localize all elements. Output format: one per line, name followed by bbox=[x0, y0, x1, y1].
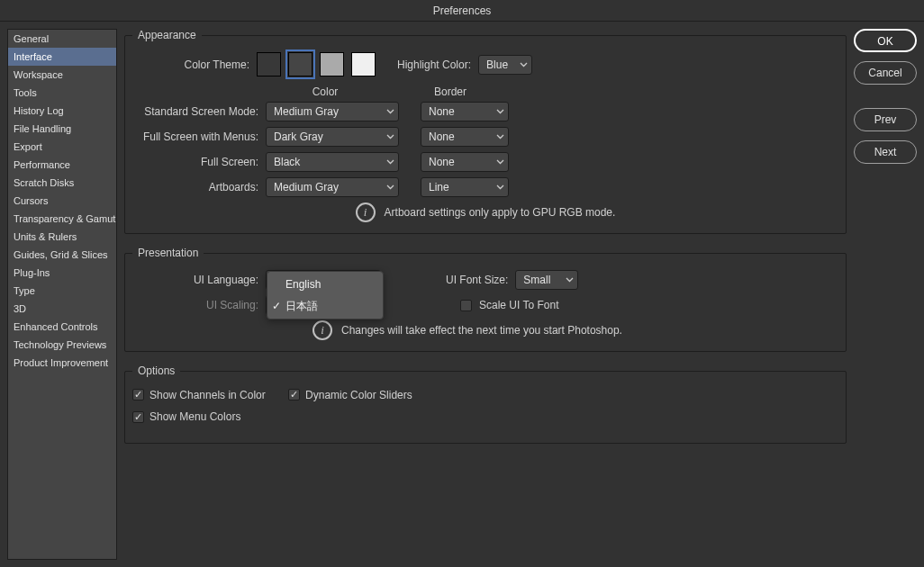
screen-mode-label: Standard Screen Mode: bbox=[132, 105, 258, 118]
sidebar-item-workspace[interactable]: Workspace bbox=[8, 66, 116, 84]
ui-scaling-label: UI Scaling: bbox=[132, 299, 258, 311]
screen-mode-color-dropdown[interactable]: Dark Gray bbox=[266, 127, 399, 147]
color-theme-swatch[interactable] bbox=[320, 52, 344, 76]
screen-mode-border-dropdown[interactable]: None bbox=[421, 127, 509, 147]
show-menu-colors-label: Show Menu Colors bbox=[149, 410, 240, 423]
chevron-down-icon bbox=[496, 159, 504, 165]
main-panel: Appearance Color Theme: Highlight Color:… bbox=[124, 29, 847, 560]
ui-language-dropdown[interactable]: English English✓日本語 bbox=[266, 270, 381, 290]
ui-font-size-label: UI Font Size: bbox=[446, 274, 508, 286]
ui-language-option[interactable]: English bbox=[267, 274, 383, 295]
scale-ui-to-font-label: Scale UI To Font bbox=[479, 299, 559, 311]
sidebar-item-tools[interactable]: Tools bbox=[8, 84, 116, 102]
ok-button[interactable]: OK bbox=[854, 29, 917, 52]
chevron-down-icon bbox=[386, 184, 394, 190]
screen-mode-label: Full Screen: bbox=[132, 156, 258, 168]
highlight-color-dropdown[interactable]: Blue bbox=[478, 55, 532, 75]
scale-ui-to-font-checkbox[interactable] bbox=[460, 300, 472, 311]
chevron-down-icon bbox=[566, 277, 574, 283]
sidebar-item-product-improvement[interactable]: Product Improvement bbox=[8, 354, 116, 372]
sidebar-item-performance[interactable]: Performance bbox=[8, 156, 116, 174]
screen-mode-label: Full Screen with Menus: bbox=[132, 130, 258, 143]
ui-language-option[interactable]: ✓日本語 bbox=[267, 295, 383, 317]
chevron-down-icon bbox=[386, 134, 394, 140]
check-icon: ✓ bbox=[272, 297, 281, 315]
sidebar-item-3d[interactable]: 3D bbox=[8, 300, 116, 318]
chevron-down-icon bbox=[496, 134, 504, 140]
sidebar-item-transparency-gamut[interactable]: Transparency & Gamut bbox=[8, 210, 116, 228]
next-button[interactable]: Next bbox=[854, 140, 917, 164]
show-channels-checkbox[interactable] bbox=[132, 389, 144, 400]
column-header-border: Border bbox=[406, 86, 494, 98]
sidebar-item-guides-grid-slices[interactable]: Guides, Grid & Slices bbox=[8, 246, 116, 264]
column-header-color: Color bbox=[258, 86, 392, 98]
screen-mode-label: Artboards: bbox=[132, 181, 258, 194]
options-group: Options Show Channels in Color Dynamic C… bbox=[124, 364, 847, 444]
screen-mode-border-dropdown[interactable]: None bbox=[421, 152, 509, 172]
highlight-color-label: Highlight Color: bbox=[397, 58, 471, 71]
show-channels-label: Show Channels in Color bbox=[149, 389, 266, 401]
prev-button[interactable]: Prev bbox=[854, 108, 917, 131]
dynamic-sliders-label: Dynamic Color Sliders bbox=[305, 389, 412, 401]
color-theme-swatch[interactable] bbox=[351, 52, 376, 76]
sidebar-item-export[interactable]: Export bbox=[8, 138, 116, 156]
dynamic-sliders-checkbox[interactable] bbox=[288, 389, 300, 400]
ui-language-menu: English✓日本語 bbox=[267, 271, 384, 320]
screen-mode-color-dropdown[interactable]: Medium Gray bbox=[266, 177, 399, 197]
color-theme-swatch[interactable] bbox=[257, 52, 281, 76]
sidebar-item-general[interactable]: General bbox=[8, 30, 116, 48]
presentation-info-text: Changes will take effect the next time y… bbox=[341, 324, 622, 337]
chevron-down-icon bbox=[496, 184, 504, 190]
preferences-body: GeneralInterfaceWorkspaceToolsHistory Lo… bbox=[0, 22, 924, 567]
chevron-down-icon bbox=[520, 62, 528, 68]
chevron-down-icon bbox=[386, 109, 394, 114]
chevron-down-icon bbox=[386, 159, 394, 165]
window-title: Preferences bbox=[0, 0, 924, 22]
color-theme-swatch[interactable] bbox=[288, 52, 313, 76]
sidebar-item-type[interactable]: Type bbox=[8, 282, 116, 300]
screen-mode-color-dropdown[interactable]: Black bbox=[266, 152, 399, 172]
cancel-button[interactable]: Cancel bbox=[854, 61, 917, 85]
category-sidebar: GeneralInterfaceWorkspaceToolsHistory Lo… bbox=[7, 29, 117, 560]
appearance-info-text: Artboard settings only apply to GPU RGB … bbox=[385, 206, 616, 219]
sidebar-item-interface[interactable]: Interface bbox=[8, 48, 116, 66]
color-theme-label: Color Theme: bbox=[132, 58, 249, 71]
sidebar-item-scratch-disks[interactable]: Scratch Disks bbox=[8, 174, 116, 192]
info-icon: i bbox=[313, 320, 332, 340]
screen-mode-color-dropdown[interactable]: Medium Gray bbox=[266, 102, 399, 122]
options-legend: Options bbox=[132, 364, 180, 377]
screen-mode-border-dropdown[interactable]: None bbox=[421, 102, 509, 122]
sidebar-item-technology-previews[interactable]: Technology Previews bbox=[8, 336, 116, 354]
ui-language-label: UI Language: bbox=[132, 274, 258, 286]
sidebar-item-file-handling[interactable]: File Handling bbox=[8, 120, 116, 138]
screen-mode-border-dropdown[interactable]: Line bbox=[421, 177, 509, 197]
sidebar-item-enhanced-controls[interactable]: Enhanced Controls bbox=[8, 318, 116, 336]
ui-font-size-dropdown[interactable]: Small bbox=[515, 270, 578, 290]
dialog-buttons: OK Cancel Prev Next bbox=[854, 29, 917, 560]
presentation-group: Presentation UI Language: English Englis… bbox=[124, 247, 847, 352]
appearance-group: Appearance Color Theme: Highlight Color:… bbox=[124, 29, 847, 234]
presentation-legend: Presentation bbox=[132, 247, 204, 259]
sidebar-item-units-rulers[interactable]: Units & Rulers bbox=[8, 228, 116, 246]
sidebar-item-cursors[interactable]: Cursors bbox=[8, 192, 116, 210]
sidebar-item-plug-ins[interactable]: Plug-Ins bbox=[8, 264, 116, 282]
show-menu-colors-checkbox[interactable] bbox=[132, 411, 144, 423]
color-theme-swatches bbox=[257, 52, 376, 76]
sidebar-item-history-log[interactable]: History Log bbox=[8, 102, 116, 120]
info-icon: i bbox=[356, 202, 376, 222]
appearance-legend: Appearance bbox=[132, 29, 202, 41]
chevron-down-icon bbox=[496, 109, 504, 114]
